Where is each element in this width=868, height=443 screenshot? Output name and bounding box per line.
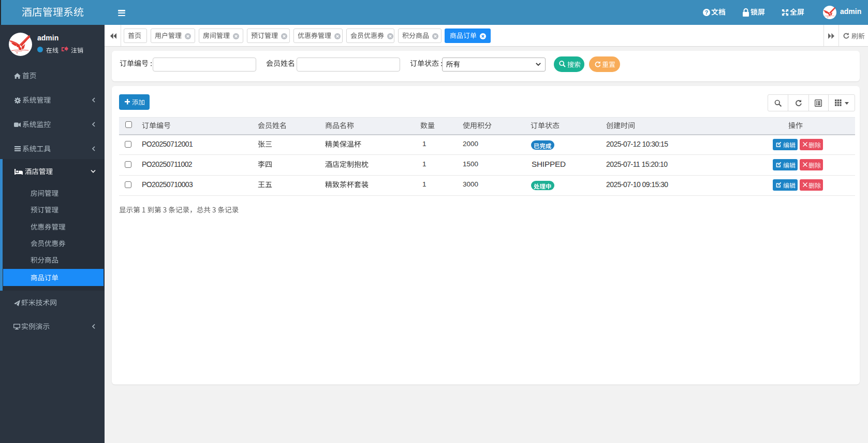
svg-text:?: ? <box>705 9 708 15</box>
